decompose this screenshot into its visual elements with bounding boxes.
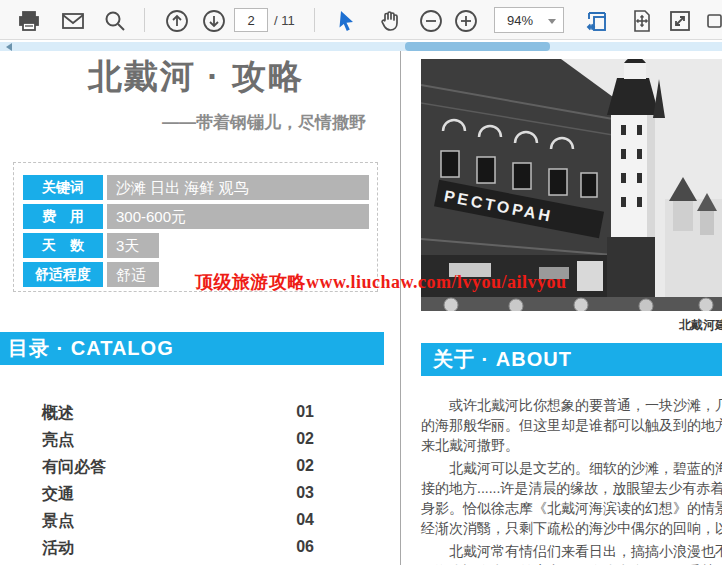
about-text-line: 经渐次消翳，只剩下疏松的海沙中偶尔的回响，以及岸边残 [421, 518, 722, 538]
email-button[interactable] [60, 8, 86, 34]
about-text-line: 来北戴河撒野。 [421, 435, 722, 455]
info-label: 舒适程度 [23, 262, 103, 287]
catalog-item-label: 景点 [42, 511, 74, 532]
previous-page-button[interactable] [164, 8, 190, 34]
partial-tool-icon [706, 9, 722, 33]
fit-width-icon [585, 9, 609, 33]
catalog-item: 概述 01 [42, 403, 314, 430]
select-tool-button[interactable] [334, 8, 360, 34]
search-button[interactable] [102, 8, 128, 34]
catalog-item-label: 亮点 [42, 430, 74, 451]
catalog-item-label: 活动 [42, 538, 74, 559]
catalog-item-page: 04 [296, 511, 314, 529]
next-page-button[interactable] [201, 8, 227, 34]
arrow-up-circle-icon [165, 9, 189, 33]
catalog-item-page: 03 [296, 484, 314, 502]
cursor-arrow-icon [335, 9, 359, 33]
caret-down-icon [548, 19, 556, 24]
photo-caption: 北戴河建 [421, 317, 722, 334]
document-canvas: 北戴河 · 攻略 ——带着钢镚儿，尽情撒野 关键词 沙滩 日出 海鲜 观鸟 费 … [0, 51, 722, 565]
zoom-level-value: 94% [507, 13, 533, 28]
hand-tool-button[interactable] [377, 8, 403, 34]
page-number-input[interactable] [234, 8, 268, 32]
scroll-left-arrow-icon[interactable] [6, 43, 12, 51]
catalog-item: 活动 06 [42, 538, 314, 565]
guide-subtitle: ——带着钢镚儿，尽情撒野 [0, 111, 366, 134]
catalog-item-page: 06 [296, 538, 314, 556]
catalog-heading: 目录 · CATALOG [0, 332, 384, 365]
catalog-list: 概述 01 亮点 02 有问必答 02 交通 03 景点 04 [42, 403, 314, 565]
about-text-line: 北戴河可以是文艺的。细软的沙滩，碧蓝的海水，望着 [421, 458, 722, 478]
arrow-down-circle-icon [202, 9, 226, 33]
fit-width-button[interactable] [584, 8, 610, 34]
expand-icon [668, 9, 692, 33]
printer-icon [17, 9, 41, 33]
info-value: 舒适 [107, 262, 159, 287]
zoom-level-select[interactable]: 94% [494, 7, 564, 33]
info-value: 沙滩 日出 海鲜 观鸟 [107, 175, 369, 200]
catalog-item-page: 01 [296, 403, 314, 421]
catalog-item-page: 02 [296, 430, 314, 448]
plus-circle-icon [454, 9, 478, 33]
about-paragraphs: 或许北戴河比你想象的要普通，一块沙滩，几只鸟而已 的海那般华丽。但这里却是谁都可… [421, 395, 722, 565]
info-value: 300-600元 [107, 204, 369, 229]
minus-circle-icon [419, 9, 443, 33]
zoom-in-button[interactable] [453, 8, 479, 34]
fullscreen-button[interactable] [667, 8, 693, 34]
catalog-item: 景点 04 [42, 511, 314, 538]
toolbar: / 11 94% [0, 0, 722, 40]
more-tools-button[interactable] [706, 8, 722, 34]
about-text-line: 的海那般华丽。但这里却是谁都可以触及到的地方，带几个 [421, 415, 722, 435]
fit-page-icon [630, 9, 654, 33]
about-text-line: 或许北戴河比你想象的要普通，一块沙滩，几只鸟而已 [421, 395, 722, 415]
toolbar-divider [144, 8, 145, 32]
catalog-item: 交通 03 [42, 484, 314, 511]
print-button[interactable] [16, 8, 42, 34]
watermark-text: 顶级旅游攻略www.liuchaw.com/lvyou/ailvyou [195, 270, 567, 294]
about-text-line: 北戴河常有情侣们来看日出，搞搞小浪漫也不错。清晨 [421, 541, 722, 561]
zoom-out-button[interactable] [418, 8, 444, 34]
info-label: 关键词 [23, 175, 103, 200]
catalog-item-page: 02 [296, 457, 314, 475]
catalog-item-label: 有问必答 [42, 457, 106, 478]
info-label: 天 数 [23, 233, 103, 258]
pdf-viewer-window: / 11 94% [0, 0, 722, 565]
info-value: 3天 [107, 233, 159, 258]
about-heading: 关于 · ABOUT [421, 343, 722, 376]
catalog-item: 亮点 02 [42, 430, 314, 457]
horizontal-scrollbar[interactable] [0, 42, 722, 51]
catalog-item: 有问必答 02 [42, 457, 314, 484]
catalog-item-label: 交通 [42, 484, 74, 505]
catalog-item-label: 概述 [42, 403, 74, 424]
info-label: 费 用 [23, 204, 103, 229]
fit-page-button[interactable] [629, 8, 655, 34]
envelope-icon [61, 9, 85, 33]
toolbar-divider [314, 8, 315, 32]
about-text-line: 河海边还会有几丝凉意，但身边有个他，似乎就不冷了。那 [421, 561, 722, 565]
hand-icon [378, 9, 402, 33]
guide-title: 北戴河 · 攻略 [0, 54, 392, 100]
page-separator [400, 51, 401, 565]
about-text-line: 身影。恰似徐志摩《北戴河海滨读的幻想》的情景再现：海 [421, 498, 722, 518]
page-count-label: / 11 [274, 13, 295, 28]
about-text-line: 接的地方......许是清晨的缘故，放眼望去少有赤着脚，卷着 [421, 478, 722, 498]
search-icon [103, 9, 127, 33]
horizontal-scrollbar-thumb[interactable] [405, 42, 550, 51]
